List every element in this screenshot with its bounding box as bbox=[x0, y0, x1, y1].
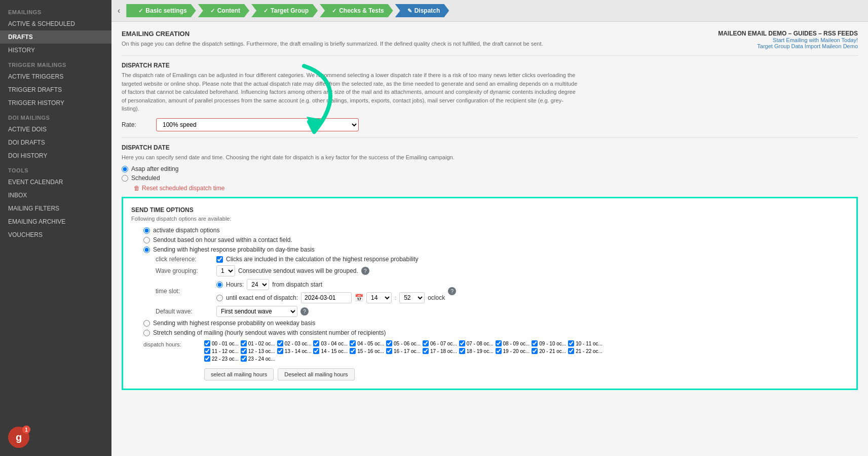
deselect-all-button[interactable]: Deselect all mailing hours bbox=[278, 368, 354, 380]
hour-item: 01 - 02 oc... bbox=[241, 340, 275, 346]
hour-checkbox[interactable] bbox=[459, 348, 465, 354]
dispatch-date-desc: Here you can specify send date and time.… bbox=[122, 153, 578, 162]
hour-checkbox[interactable] bbox=[241, 356, 247, 362]
hour-select[interactable]: 0001020304050607080910111213141516171819… bbox=[366, 292, 392, 303]
activate-dispatch-option[interactable]: activate dispatch options bbox=[143, 227, 848, 234]
wizard-step-basic-settings[interactable]: ✓Basic settings bbox=[126, 4, 196, 17]
hours-select[interactable]: 1234681224 bbox=[247, 279, 269, 290]
hour-checkbox[interactable] bbox=[241, 348, 247, 354]
hour-checkbox[interactable] bbox=[496, 340, 502, 346]
highest-response-day-radio[interactable] bbox=[143, 247, 150, 253]
hour-checkbox[interactable] bbox=[204, 356, 210, 362]
asap-option[interactable]: Asap after editing bbox=[122, 165, 858, 172]
hour-checkbox[interactable] bbox=[350, 340, 356, 346]
time-slot-help-icon[interactable]: ? bbox=[448, 287, 456, 295]
sidebar-item[interactable]: HISTORY bbox=[0, 44, 111, 57]
asap-label: Asap after editing bbox=[131, 165, 178, 172]
hour-checkbox[interactable] bbox=[313, 348, 319, 354]
wave-grouping-select[interactable]: 12345 bbox=[216, 265, 235, 276]
main-content: ‹ ✓Basic settings✓Content✓Target Group✓C… bbox=[111, 0, 868, 456]
highest-response-weekday-option[interactable]: Sending with highest response probabilit… bbox=[143, 320, 848, 327]
wave-grouping-value: 12345 Consecutive sendout waves will be … bbox=[216, 265, 358, 276]
wizard-step-dispatch[interactable]: ✎Dispatch bbox=[395, 4, 449, 17]
calendar-icon[interactable]: 📅 bbox=[355, 294, 363, 302]
hour-checkbox[interactable] bbox=[496, 348, 502, 354]
hour-checkbox[interactable] bbox=[459, 340, 465, 346]
hour-item: 19 - 20 oc... bbox=[496, 348, 530, 354]
wizard-step-target-group[interactable]: ✓Target Group bbox=[251, 4, 318, 17]
sidebar-item[interactable]: ACTIVE TRIGGERS bbox=[0, 70, 111, 83]
stretch-sending-option[interactable]: Stretch sending of mailing (hourly sendo… bbox=[143, 329, 848, 336]
hour-checkbox[interactable] bbox=[386, 348, 392, 354]
sidebar-item[interactable]: VOUCHERS bbox=[0, 228, 111, 241]
until-exact-radio[interactable] bbox=[216, 295, 223, 301]
scheduled-radio[interactable] bbox=[122, 175, 128, 182]
hour-label: 14 - 15 oc... bbox=[321, 348, 348, 354]
hour-checkbox[interactable] bbox=[568, 340, 574, 346]
sidebar-item[interactable]: EVENT CALENDAR bbox=[0, 176, 111, 189]
hour-item: 09 - 10 oc... bbox=[532, 340, 566, 346]
hour-checkbox[interactable] bbox=[241, 340, 247, 346]
highest-response-weekday-radio[interactable] bbox=[143, 320, 150, 327]
right-panel-link2[interactable]: Target Group Data Import Maileon Demo bbox=[718, 43, 858, 49]
sidebar: EMAILINGSACTIVE & SCHEDULEDDRAFTSHISTORY… bbox=[0, 0, 111, 456]
dispatch-date-section: DISPATCH DATE Here you can specify send … bbox=[122, 144, 858, 192]
date-input[interactable] bbox=[301, 292, 352, 303]
sidebar-item[interactable]: TRIGGER HISTORY bbox=[0, 96, 111, 110]
right-panel-link1[interactable]: Start Emailing with Maileon Today! bbox=[718, 37, 858, 43]
highest-response-day-option[interactable]: Sending with highest response probabilit… bbox=[143, 246, 848, 253]
hour-checkbox[interactable] bbox=[532, 348, 538, 354]
logo-button[interactable]: g 1 bbox=[8, 427, 29, 448]
activate-dispatch-radio[interactable] bbox=[143, 227, 150, 234]
stretch-sending-radio[interactable] bbox=[143, 330, 150, 336]
hour-item: 16 - 17 oc... bbox=[386, 348, 421, 354]
hour-label: 05 - 06 oc... bbox=[394, 341, 421, 346]
hour-checkbox[interactable] bbox=[350, 348, 356, 354]
rate-label: Rate: bbox=[122, 121, 152, 128]
sidebar-item[interactable]: TRIGGER DRAFTS bbox=[0, 83, 111, 96]
hour-checkbox[interactable] bbox=[423, 348, 429, 354]
hours-grid: 00 - 01 oc...01 - 02 oc...02 - 03 oc...0… bbox=[204, 340, 848, 363]
default-wave-help-icon[interactable]: ? bbox=[300, 307, 309, 315]
sidebar-item[interactable]: ACTIVE DOIS bbox=[0, 123, 111, 136]
hour-checkbox[interactable] bbox=[532, 340, 538, 346]
sidebar-item[interactable]: ACTIVE & SCHEDULED bbox=[0, 17, 111, 30]
wizard-step-content[interactable]: ✓Content bbox=[198, 4, 249, 17]
sendout-hour-radio[interactable] bbox=[143, 237, 150, 243]
section-header: EMAILING CREATION On this page you can d… bbox=[122, 30, 858, 49]
sidebar-section-title: DOI MAILINGS bbox=[0, 110, 111, 123]
hour-checkbox[interactable] bbox=[204, 340, 210, 346]
wizard-step-checks-&-tests[interactable]: ✓Checks & Tests bbox=[320, 4, 393, 17]
hour-checkbox[interactable] bbox=[568, 348, 574, 354]
hour-checkbox[interactable] bbox=[277, 348, 283, 354]
hour-checkbox[interactable] bbox=[423, 340, 429, 346]
wave-grouping-help-icon[interactable]: ? bbox=[361, 267, 369, 275]
hour-item: 23 - 24 oc... bbox=[241, 356, 275, 362]
sidebar-item[interactable]: DOI HISTORY bbox=[0, 149, 111, 162]
sidebar-item[interactable]: DOI DRAFTS bbox=[0, 136, 111, 149]
sidebar-item[interactable]: INBOX bbox=[0, 189, 111, 202]
rate-select[interactable]: 100% speed75% speed50% speed25% speed bbox=[156, 118, 359, 131]
asap-radio[interactable] bbox=[122, 166, 128, 172]
hours-radio[interactable] bbox=[216, 282, 223, 288]
select-all-button[interactable]: select all mailing hours bbox=[204, 368, 274, 380]
hour-checkbox[interactable] bbox=[277, 340, 283, 346]
hour-checkbox[interactable] bbox=[204, 348, 210, 354]
sidebar-item[interactable]: EMAILING ARCHIVE bbox=[0, 215, 111, 228]
reset-label: Reset scheduled dispatch time bbox=[142, 185, 224, 192]
sidebar-item[interactable]: DRAFTS bbox=[0, 30, 111, 44]
sendout-hour-option[interactable]: Sendout based on hour saved within a con… bbox=[143, 236, 848, 243]
wizard-back-button[interactable]: ‹ bbox=[118, 6, 120, 15]
reset-link[interactable]: 🗑 Reset scheduled dispatch time bbox=[134, 185, 858, 192]
hour-item: 07 - 08 oc... bbox=[459, 340, 494, 346]
hour-checkbox[interactable] bbox=[386, 340, 392, 346]
click-reference-checkbox[interactable] bbox=[216, 256, 223, 263]
sidebar-item[interactable]: MAILING FILTERS bbox=[0, 202, 111, 215]
hour-item: 18 - 19 oc... bbox=[459, 348, 494, 354]
notification-badge: 1 bbox=[22, 426, 30, 434]
scheduled-option[interactable]: Scheduled bbox=[122, 174, 858, 182]
hour-checkbox[interactable] bbox=[313, 340, 319, 346]
sendout-hour-label: Sendout based on hour saved within a con… bbox=[153, 236, 292, 243]
minute-select[interactable]: 00051015202530354045505255 bbox=[399, 292, 425, 303]
default-wave-select[interactable]: First sendout waveLast sendout waveRando… bbox=[216, 306, 297, 317]
